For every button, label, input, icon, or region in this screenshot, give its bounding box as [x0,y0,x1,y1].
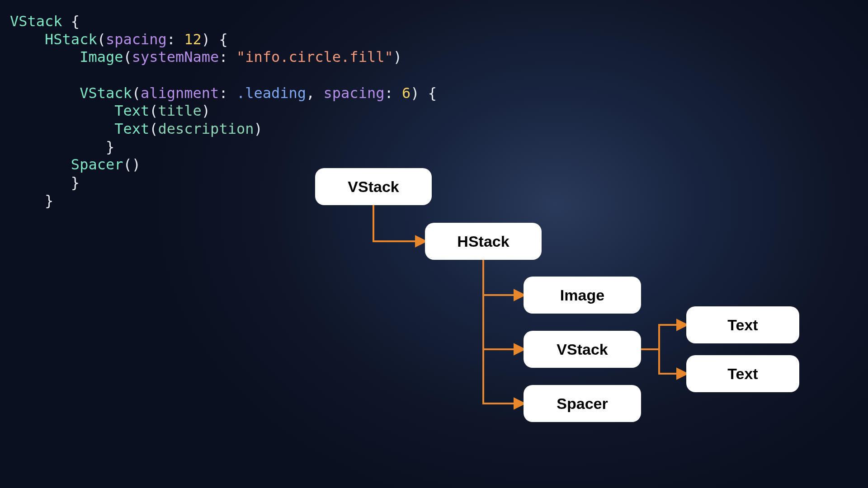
node-text-1: Text [686,306,799,343]
node-spacer: Spacer [524,385,641,422]
node-hstack: HStack [425,223,542,260]
node-label: Spacer [557,395,608,413]
node-label: Image [560,286,604,304]
node-image: Image [524,277,641,314]
node-vstack-root: VStack [315,168,432,205]
node-label: VStack [557,341,608,358]
node-label: HStack [457,233,509,250]
node-text-2: Text [686,355,799,392]
node-label: Text [727,365,758,383]
node-label: Text [727,316,758,334]
node-label: VStack [348,178,399,196]
node-vstack-inner: VStack [524,331,641,368]
